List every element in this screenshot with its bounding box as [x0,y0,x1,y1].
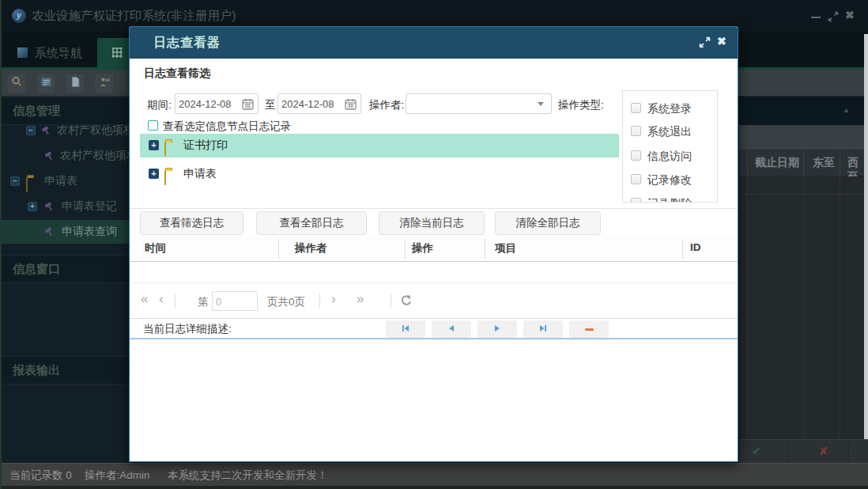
last-page-icon[interactable]: » [357,293,364,305]
optype-item-label: 系统登录 [647,102,692,116]
checkbox-icon[interactable] [631,126,641,136]
prev-page-icon[interactable]: ‹ [159,293,164,305]
refresh-icon[interactable] [400,294,413,310]
log-table-header [130,236,738,262]
search-icon [11,76,23,91]
checkbox-icon[interactable] [631,198,641,203]
scrollbar[interactable] [864,34,868,439]
expand-icon[interactable]: + [149,169,159,179]
window-left-edge [0,0,2,489]
collapse-panel-icon[interactable]: ▲ [843,106,850,114]
cancel-x-icon[interactable]: ✘ [819,445,828,457]
page-number-input[interactable] [213,292,251,311]
tab-system-nav[interactable]: 系统导航 [11,40,95,68]
sidebar-section-report-output[interactable]: 报表输出 [0,356,130,385]
clear-all-logs-button[interactable]: 清除全部日志 [495,211,601,235]
date-from-field[interactable] [175,93,259,114]
dialog-close-icon[interactable]: ✖ [717,35,726,47]
calendar-icon[interactable] [242,98,254,113]
first-page-icon[interactable]: « [141,293,148,305]
period-label: 期间: [147,98,172,112]
sidebar-section-info-mgmt[interactable]: 信息管理 [0,97,130,125]
page-before-text: 第 [198,295,209,309]
tree-item-rural-rights-node[interactable]: − 农村产权他项权证 [0,125,130,142]
to-label: 至 [265,98,276,112]
checkbox-icon[interactable] [631,150,641,161]
tree-item-label: 申请表登记 [62,199,117,214]
last-record-icon [538,322,548,336]
log-table-empty-row [130,263,738,283]
clear-current-logs-button[interactable]: 清除当前日志 [379,211,485,235]
dialog-tree-label: 申请表 [183,167,217,181]
tree-item-label: 农村产权他项权证 [57,125,130,138]
date-to-field[interactable] [277,93,361,114]
app-title: 农业设施产权证打印系统(非注册用户) [32,8,236,25]
dialog-tree: + 证书打印 + 申请表 [140,134,619,208]
status-note: 本系统支持二次开发和全新开发！ [168,468,328,483]
sidebar-section-label: 信息窗口 [13,262,60,277]
sidebar-section-info-window[interactable]: 信息窗口 [0,255,130,283]
sidebar: 信息管理 − 农村产权他项权证 农村产权他项权证 − 申请表 + 申请表登记 [0,97,130,463]
grid-col-east: 东至 [813,156,835,170]
date-to-input[interactable] [278,94,340,113]
optype-item-label: 记录修改 [647,173,692,188]
tool-icon [44,150,55,165]
detail-label: 当前日志详细描述: [143,322,232,336]
first-record-icon [401,322,410,336]
next-page-icon[interactable]: › [331,293,336,305]
restore-icon[interactable] [828,11,839,22]
collapse-icon[interactable]: − [10,176,20,186]
record-last-button[interactable] [523,320,563,338]
list-tool-button[interactable] [36,73,56,93]
dialog-expand-icon[interactable] [699,36,711,51]
node-filter-label: 查看选定信息节点日志记录 [163,119,291,134]
operator-label: 操作者: [369,98,404,112]
minus-icon [585,328,594,331]
dialog-tree-item-cert-print[interactable]: + 证书打印 [140,134,619,157]
collapse-icon[interactable]: − [26,126,36,135]
app-window: y 农业设施产权证打印系统(非注册用户) ✖ 系统导航 信息管理 [0,0,868,489]
filter-section-title: 日志查看筛选 [144,66,210,81]
view-all-logs-button[interactable]: 查看全部日志 [256,211,367,235]
expand-icon[interactable]: + [149,140,159,150]
operator-combobox[interactable] [406,93,552,114]
dialog-header[interactable]: 日志查看器 ✖ [130,27,738,59]
node-filter-checkbox[interactable] [148,120,158,131]
record-next-button[interactable] [477,320,517,338]
search-tool-button[interactable] [6,73,27,93]
tree-item-application-form[interactable]: − 申请表 [0,169,130,193]
expand-icon[interactable]: + [28,202,37,211]
tree-item-label: 农村产权他项权证 [60,149,130,163]
record-prev-button[interactable] [432,320,471,338]
grid-col-deadline: 截止日期 [755,156,799,170]
status-bar: 当前记录数 0 操作者:Admin 本系统支持二次开发和全新开发！ [0,463,868,486]
checkbox-icon[interactable] [631,174,641,184]
page-number-field[interactable] [212,291,258,311]
minimize-icon[interactable] [811,17,821,18]
dialog-tree-item-application-form[interactable]: + 申请表 [140,162,619,186]
tree-item-application-register[interactable]: + 申请表登记 [0,195,130,218]
tree-item-rural-rights-leaf[interactable]: 农村产权他项权证 [0,144,130,168]
confirm-check-icon[interactable]: ✔ [752,445,761,457]
operator-input[interactable] [406,94,530,113]
app-logo-icon: y [12,9,26,23]
chevron-down-icon[interactable] [538,102,544,106]
calendar-icon[interactable] [345,98,357,113]
document-tool-button[interactable] [65,73,85,93]
checkbox-icon[interactable] [631,103,641,113]
view-filtered-logs-button[interactable]: 查看筛选日志 [140,211,243,235]
user-tool-button[interactable] [94,73,115,93]
user-icon [99,76,111,91]
close-icon[interactable]: ✖ [845,9,855,21]
document-icon [70,76,81,91]
record-remove-button[interactable] [569,320,609,338]
record-first-button[interactable] [386,320,425,338]
tool-icon [44,201,55,215]
date-from-input[interactable] [175,94,237,113]
tree-item-application-query[interactable]: 申请表查询 [0,220,130,244]
optype-item-label: 系统退出 [647,125,692,139]
content-grid-header: 截止日期 东至 西至 [739,150,868,176]
nav-square-icon [17,47,28,58]
log-col-operation: 操作 [412,241,433,256]
tree-item-label: 申请表 [44,174,77,188]
